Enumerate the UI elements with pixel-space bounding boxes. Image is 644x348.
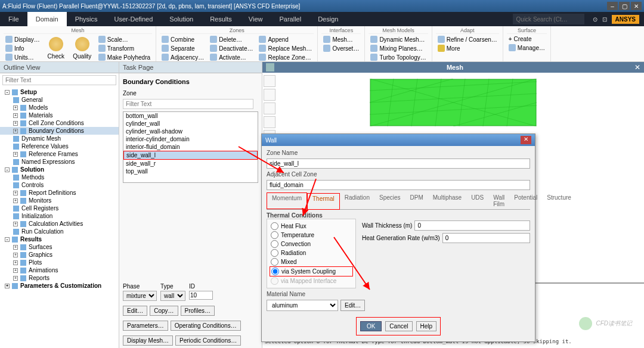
zone-name-field[interactable]: side_wall_l <box>267 159 530 169</box>
menu-parallel[interactable]: Parallel <box>271 12 309 26</box>
operating-conditions-button[interactable]: Operating Conditions… <box>171 321 241 331</box>
tool-pointer-icon[interactable] <box>264 75 275 87</box>
heat-generation-input[interactable] <box>442 233 530 243</box>
id-input[interactable] <box>189 291 213 300</box>
zone-item[interactable]: interior-cylinder_domain <box>123 135 258 143</box>
maximize-button[interactable]: ▢ <box>619 2 630 10</box>
help-icon[interactable]: ⊙ <box>593 16 597 23</box>
overset-button[interactable]: Overset… <box>321 44 361 52</box>
dynamic-mesh-button[interactable]: Dynamic Mesh… <box>369 35 428 44</box>
dialog-tab[interactable]: Potential <box>509 192 542 209</box>
tree-item[interactable]: +Cell Zone Conditions <box>0 119 119 127</box>
mixing-planes-button[interactable]: Mixing Planes… <box>369 44 428 52</box>
tree-item[interactable]: +Parameters & Customization <box>0 282 119 290</box>
tree-item[interactable]: +Report Definitions <box>0 189 119 197</box>
delete-button[interactable]: Delete… <box>208 35 255 44</box>
edit-button[interactable]: Edit… <box>123 306 147 316</box>
append-button[interactable]: Append <box>257 35 314 44</box>
tool-zoom-icon[interactable] <box>264 102 275 114</box>
menu-design[interactable]: Design <box>309 12 346 26</box>
tree-item[interactable]: Reference Values <box>0 142 119 150</box>
check-button[interactable]: Check <box>44 35 68 61</box>
zone-item[interactable]: top_wall <box>123 167 258 175</box>
zone-item[interactable]: bottom_wall <box>123 112 258 120</box>
separate-button[interactable]: Separate <box>160 44 206 52</box>
menu-file[interactable]: File <box>0 12 27 26</box>
dialog-tab[interactable]: Species <box>374 192 405 209</box>
thermal-radio[interactable]: Heat Flux <box>270 222 353 231</box>
tree-item[interactable]: +Calculation Activities <box>0 220 119 228</box>
periodic-conditions-button[interactable]: Periodic Conditions… <box>175 335 241 346</box>
outline-tree[interactable]: -SetupGeneral+Models+Materials+Cell Zone… <box>0 87 119 348</box>
tree-item[interactable]: +Surfaces <box>0 243 119 251</box>
thermal-radio[interactable]: Temperature <box>270 231 353 240</box>
create-surface-button[interactable]: + Create <box>507 35 547 43</box>
dialog-tab[interactable]: DPM <box>405 192 428 209</box>
tree-item[interactable]: +Models <box>0 104 119 111</box>
tool-pan-icon[interactable] <box>264 116 275 128</box>
dialog-tab[interactable]: Wall Film <box>488 192 509 209</box>
view-tab-label[interactable]: Mesh <box>275 64 634 71</box>
quality-button[interactable]: Quality <box>70 35 94 61</box>
zone-filter-input[interactable] <box>123 99 253 109</box>
menu-physics[interactable]: Physics <box>67 12 106 26</box>
help-button[interactable]: Help <box>416 321 437 331</box>
copy-button[interactable]: Copy… <box>150 306 178 316</box>
tree-item[interactable]: Named Expressions <box>0 158 119 166</box>
tree-item[interactable]: +Graphics <box>0 251 119 259</box>
thermal-radio[interactable]: via System Coupling <box>270 266 353 276</box>
phase-select[interactable]: mixture <box>123 291 157 301</box>
dialog-close-icon[interactable]: ✕ <box>521 136 531 144</box>
tree-item[interactable]: General <box>0 96 119 104</box>
view-tab-icon[interactable] <box>266 63 274 72</box>
scale-button[interactable]: Scale… <box>97 35 152 44</box>
adapt-more-button[interactable]: More <box>436 44 499 52</box>
dialog-tab[interactable]: Thermal <box>307 193 340 210</box>
outline-filter-input[interactable] <box>2 75 116 85</box>
thermal-radio[interactable]: Radiation <box>270 248 353 257</box>
polyhedra-button[interactable]: Make Polyhedra <box>97 53 152 61</box>
ok-button[interactable]: OK <box>360 321 382 331</box>
zone-item[interactable]: cylinder_wall-shadow <box>123 128 258 135</box>
cancel-button[interactable]: Cancel <box>385 321 412 331</box>
combine-button[interactable]: Combine <box>160 35 206 44</box>
info-button[interactable]: Info <box>4 44 42 52</box>
turbo-topology-button[interactable]: Turbo Topology… <box>369 53 428 61</box>
display-button[interactable]: Display… <box>4 35 42 44</box>
material-edit-button[interactable]: Edit… <box>340 300 365 311</box>
tool-rotate-icon[interactable] <box>264 89 275 101</box>
tree-item[interactable]: Controls <box>0 181 119 189</box>
adjacency-button[interactable]: Adjacency… <box>160 53 206 61</box>
menu-view[interactable]: View <box>240 12 271 26</box>
view-close-icon[interactable]: ✕ <box>634 63 640 72</box>
tree-item[interactable]: Run Calculation <box>0 228 119 235</box>
tree-item[interactable]: +Plots <box>0 259 119 266</box>
tree-item[interactable]: Methods <box>0 173 119 181</box>
menu-solution[interactable]: Solution <box>161 12 202 26</box>
replace-mesh-button[interactable]: Replace Mesh… <box>257 44 314 52</box>
minimize-button[interactable]: – <box>607 2 618 10</box>
tree-item[interactable]: +Reference Frames <box>0 150 119 158</box>
tree-item[interactable]: Initialization <box>0 212 119 220</box>
units-button[interactable]: Units… <box>4 53 42 61</box>
dialog-tab[interactable]: Momentum <box>267 192 307 209</box>
tree-item[interactable]: +Animations <box>0 266 119 274</box>
settings-icon[interactable]: ⊡ <box>602 16 607 23</box>
thermal-radio[interactable]: via Mapped Interface <box>270 276 353 285</box>
zone-item[interactable]: interior-fluid_domain <box>123 143 258 151</box>
tree-item[interactable]: -Solution <box>0 166 119 173</box>
thermal-radio[interactable]: Convection <box>270 240 353 248</box>
thermal-radio[interactable]: Mixed <box>270 257 353 266</box>
dialog-tab[interactable]: Structure <box>542 192 576 209</box>
tree-item[interactable]: -Setup <box>0 88 119 96</box>
profiles-button[interactable]: Profiles… <box>181 306 215 316</box>
tree-item[interactable]: -Results <box>0 235 119 243</box>
zone-item[interactable]: cylinder_wall <box>123 120 258 128</box>
menu-domain[interactable]: Domain <box>27 12 67 26</box>
tree-item[interactable]: +Boundary Conditions <box>0 127 119 135</box>
interfaces-mesh-button[interactable]: Mesh… <box>321 35 361 44</box>
refine-button[interactable]: Refine / Coarsen… <box>436 35 499 44</box>
menu-results[interactable]: Results <box>202 12 240 26</box>
tree-item[interactable]: +Monitors <box>0 197 119 204</box>
type-select[interactable]: wall <box>160 291 185 301</box>
